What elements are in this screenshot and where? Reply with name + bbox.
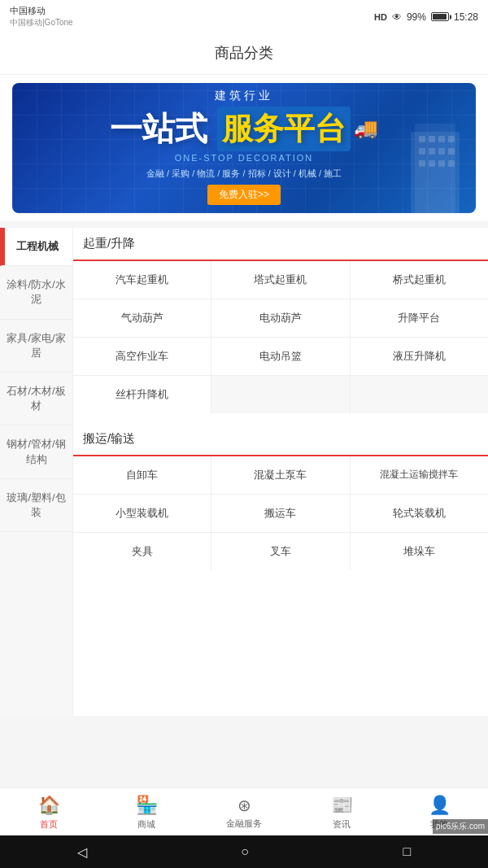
list-item[interactable]: 塔式起重机: [211, 261, 349, 299]
list-item[interactable]: 混凝土泵车: [211, 456, 349, 494]
home-button[interactable]: ○: [241, 844, 249, 859]
shop-icon: 🏪: [136, 795, 158, 816]
carrier-sub: 中国移动|GoTone: [10, 17, 73, 28]
eye-icon: 👁: [392, 11, 402, 23]
svg-rect-13: [448, 160, 455, 167]
profile-icon: 👤: [429, 795, 451, 816]
list-item-empty2: [351, 376, 488, 413]
svg-rect-2: [419, 136, 425, 142]
lifting-section: 起重/升降 汽车起重机 塔式起重机 桥式起重机 气动葫芦 电动葫芦 升降平台 高…: [73, 228, 488, 413]
bottom-navigation: 🏠 首页 🏪 商城 ⊛ 金融服务 📰 资讯 👤 我的: [0, 787, 488, 835]
list-item[interactable]: 电动吊篮: [211, 338, 349, 375]
battery-label: 99%: [407, 11, 426, 23]
svg-rect-7: [429, 148, 435, 155]
list-item[interactable]: 桥式起重机: [351, 261, 488, 299]
sidebar-item-stone[interactable]: 石材/木材/板材: [0, 373, 72, 425]
finance-icon: ⊛: [237, 796, 251, 815]
list-item[interactable]: 自卸车: [73, 456, 211, 494]
transport-grid: 自卸车 混凝土泵车 混凝土运输搅拌车 小型装载机 搬运车 轮式装载机 夹具 叉车…: [73, 456, 488, 570]
sidebar-item-glass[interactable]: 玻璃/塑料/包装: [0, 479, 72, 532]
svg-rect-3: [429, 136, 435, 142]
nav-finance[interactable]: ⊛ 金融服务: [195, 796, 293, 830]
status-icons: HD 👁 99% 15:28: [374, 11, 478, 23]
banner-title-accent: 服务平台: [217, 107, 351, 151]
svg-rect-4: [438, 136, 445, 142]
list-item[interactable]: 气动葫芦: [73, 299, 211, 337]
main-content: 工程机械 涂料/防水/水泥 家具/家电/家居 石材/木材/板材 钢材/管材/钢结…: [0, 228, 488, 716]
banner-register-button[interactable]: 免费入驻>>: [207, 185, 281, 205]
list-item[interactable]: 轮式装载机: [351, 495, 488, 532]
svg-rect-12: [438, 160, 445, 167]
back-button[interactable]: ◁: [77, 844, 87, 860]
list-item-empty: [211, 376, 349, 413]
status-bar: 中国移动 中国移动|GoTone HD 👁 99% 15:28: [0, 0, 488, 33]
nav-home[interactable]: 🏠 首页: [0, 795, 98, 831]
watermark: pic6乐乐.com: [433, 819, 488, 834]
lifting-grid: 汽车起重机 塔式起重机 桥式起重机 气动葫芦 电动葫芦 升降平台 高空作业车 电…: [73, 261, 488, 413]
clock: 15:28: [454, 11, 478, 23]
android-navbar: ◁ ○ □: [0, 835, 488, 868]
list-item[interactable]: 汽车起重机: [73, 261, 211, 299]
category-content: 起重/升降 汽车起重机 塔式起重机 桥式起重机 气动葫芦 电动葫芦 升降平台 高…: [73, 228, 488, 716]
list-item[interactable]: 小型装载机: [73, 495, 211, 532]
home-label: 首页: [40, 818, 58, 831]
nav-news[interactable]: 📰 资讯: [293, 795, 390, 831]
list-item[interactable]: 叉车: [211, 533, 349, 570]
svg-rect-10: [419, 160, 425, 167]
svg-rect-11: [429, 160, 435, 167]
svg-rect-5: [448, 136, 455, 142]
shop-label: 商城: [137, 818, 155, 831]
banner-title-main: 一站式: [110, 107, 216, 151]
battery-icon: [431, 12, 449, 21]
home-icon: 🏠: [38, 795, 60, 816]
list-item[interactable]: 夹具: [73, 533, 211, 570]
svg-rect-8: [438, 148, 445, 155]
svg-rect-6: [419, 148, 425, 155]
category-sidebar: 工程机械 涂料/防水/水泥 家具/家电/家居 石材/木材/板材 钢材/管材/钢结…: [0, 228, 73, 716]
list-item[interactable]: 混凝土运输搅拌车: [351, 456, 488, 494]
recents-button[interactable]: □: [403, 844, 412, 859]
banner-services: 金融 / 采购 / 物流 / 服务 / 招标 / 设计 / 机械 / 施工: [110, 168, 377, 180]
news-label: 资讯: [333, 818, 351, 831]
sidebar-item-engineering[interactable]: 工程机械: [0, 228, 72, 266]
banner-truck-icon: 🚚: [354, 117, 378, 140]
list-item[interactable]: 高空作业车: [73, 338, 211, 375]
svg-rect-9: [448, 148, 455, 155]
list-item[interactable]: 电动葫芦: [211, 299, 349, 337]
list-item[interactable]: 搬运车: [211, 495, 349, 532]
news-icon: 📰: [331, 795, 353, 816]
promo-banner[interactable]: 建筑行业 一站式 服务平台 🚚 ONE-STOP DECORATION 金融 /…: [12, 83, 476, 213]
sidebar-item-furniture[interactable]: 家具/家电/家居: [0, 320, 72, 373]
lifting-title: 起重/升降: [83, 236, 135, 251]
carrier-info: 中国移动 中国移动|GoTone: [10, 5, 73, 28]
list-item[interactable]: 堆垛车: [351, 533, 488, 570]
transport-header: 搬运/输送: [73, 423, 488, 456]
list-item[interactable]: 丝杆升降机: [73, 376, 211, 413]
lifting-header: 起重/升降: [73, 228, 488, 261]
transport-section: 搬运/输送 自卸车 混凝土泵车 混凝土运输搅拌车 小型装载机 搬运车 轮式装载机…: [73, 423, 488, 570]
finance-label: 金融服务: [226, 818, 262, 830]
hd-badge: HD: [374, 12, 387, 22]
list-item[interactable]: 升降平台: [351, 299, 488, 337]
nav-shop[interactable]: 🏪 商城: [98, 795, 195, 831]
banner-subtitle: 建筑行业: [110, 89, 377, 103]
banner-subtitle-en: ONE-STOP DECORATION: [110, 153, 377, 163]
page-header: 商品分类: [0, 33, 488, 75]
banner-container: 建筑行业 一站式 服务平台 🚚 ONE-STOP DECORATION 金融 /…: [0, 75, 488, 221]
sidebar-item-steel[interactable]: 钢材/管材/钢结构: [0, 425, 72, 478]
page-title: 商品分类: [215, 45, 273, 61]
list-item[interactable]: 液压升降机: [351, 338, 488, 375]
sidebar-item-paint[interactable]: 涂料/防水/水泥: [0, 266, 72, 319]
carrier-name: 中国移动: [10, 5, 73, 17]
transport-title: 搬运/输送: [83, 431, 135, 447]
building-decoration: [403, 116, 468, 213]
